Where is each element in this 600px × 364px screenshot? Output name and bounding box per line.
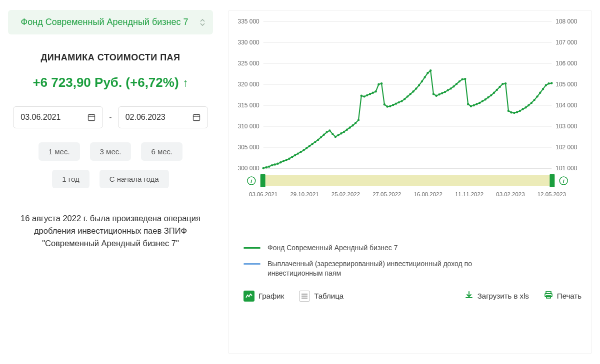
svg-point-130 xyxy=(545,84,547,86)
svg-text:107 000: 107 000 xyxy=(556,39,577,46)
line-chart[interactable]: 300 000305 000310 000315 000320 000325 0… xyxy=(234,17,582,232)
svg-text:03.06.2021: 03.06.2021 xyxy=(249,191,278,197)
svg-point-46 xyxy=(302,149,304,151)
svg-text:03.02.2023: 03.02.2023 xyxy=(496,191,524,197)
svg-point-59 xyxy=(340,132,342,134)
svg-point-70 xyxy=(372,92,374,94)
svg-text:27.05.2022: 27.05.2022 xyxy=(372,191,401,197)
preset-ytd[interactable]: С начала года xyxy=(100,170,169,188)
svg-point-74 xyxy=(384,103,386,105)
svg-point-55 xyxy=(328,129,330,131)
preset-6m[interactable]: 6 мес. xyxy=(141,142,182,161)
download-xls-button[interactable]: Загрузить в xls xyxy=(464,291,529,301)
svg-point-66 xyxy=(360,94,362,96)
svg-point-53 xyxy=(323,134,325,136)
svg-point-49 xyxy=(312,143,314,145)
svg-point-33 xyxy=(265,166,267,168)
svg-point-40 xyxy=(286,159,288,161)
calendar-icon xyxy=(88,113,96,121)
svg-point-87 xyxy=(421,80,423,82)
svg-point-67 xyxy=(363,95,365,97)
fund-selector[interactable]: Фонд Современный Арендный бизнес 7 xyxy=(8,10,213,34)
chevron-updown-icon xyxy=(200,19,205,26)
svg-point-72 xyxy=(378,83,380,85)
svg-point-32 xyxy=(262,167,264,169)
svg-point-93 xyxy=(438,93,440,95)
svg-point-85 xyxy=(415,87,417,89)
svg-point-75 xyxy=(386,105,388,107)
svg-point-89 xyxy=(426,72,428,74)
view-table-button[interactable]: Таблица xyxy=(299,291,344,302)
preset-row-2: 1 год С начала года xyxy=(52,170,168,188)
view-chart-label: График xyxy=(258,292,284,300)
svg-point-123 xyxy=(524,106,526,108)
controls-panel: Фонд Современный Арендный бизнес 7 ДИНАМ… xyxy=(8,10,213,354)
view-chart-button[interactable]: График xyxy=(244,291,284,302)
svg-point-83 xyxy=(410,93,412,95)
price-delta: +6 723,90 Руб. (+6,72%) ↑ xyxy=(32,75,188,90)
table-icon xyxy=(299,291,310,302)
svg-point-126 xyxy=(534,99,536,101)
date-from-input[interactable]: 03.06.2021 xyxy=(13,106,103,128)
svg-text:i: i xyxy=(563,178,565,184)
svg-rect-152 xyxy=(545,294,552,297)
svg-text:102 000: 102 000 xyxy=(556,144,577,151)
svg-point-77 xyxy=(392,104,394,106)
svg-text:310 000: 310 000 xyxy=(238,123,260,130)
svg-point-129 xyxy=(542,88,544,90)
svg-point-102 xyxy=(464,78,466,80)
svg-point-122 xyxy=(522,108,524,110)
legend-item-series2[interactable]: Выплаченный (зарезервированный) инвестиц… xyxy=(244,259,582,279)
svg-point-80 xyxy=(400,100,402,102)
svg-point-35 xyxy=(271,164,273,166)
svg-text:11.11.2022: 11.11.2022 xyxy=(455,191,484,197)
svg-point-106 xyxy=(476,103,478,105)
svg-point-127 xyxy=(536,95,538,97)
svg-point-100 xyxy=(458,80,460,82)
svg-text:305 000: 305 000 xyxy=(238,144,260,151)
legend-item-series1[interactable]: Фонд Современный Арендный бизнес 7 xyxy=(244,243,582,253)
svg-point-43 xyxy=(294,154,296,156)
svg-point-69 xyxy=(369,93,371,95)
svg-point-109 xyxy=(484,98,486,100)
svg-text:335 000: 335 000 xyxy=(238,18,260,25)
svg-point-121 xyxy=(519,110,521,112)
print-button[interactable]: Печать xyxy=(544,291,582,301)
svg-point-50 xyxy=(314,141,316,143)
svg-point-90 xyxy=(430,69,432,71)
download-xls-label: Загрузить в xls xyxy=(478,292,529,300)
svg-point-68 xyxy=(366,94,368,96)
svg-point-92 xyxy=(435,94,437,96)
chart-toolbar: График Таблица Загрузить в xls Печать xyxy=(234,291,582,302)
preset-row-1: 1 мес. 3 мес. 6 мес. xyxy=(38,142,183,161)
section-title: ДИНАМИКА СТОИМОСТИ ПАЯ xyxy=(40,52,180,63)
svg-point-96 xyxy=(447,89,449,91)
svg-point-113 xyxy=(496,89,498,91)
svg-point-124 xyxy=(528,104,530,106)
svg-point-131 xyxy=(548,82,550,84)
svg-point-94 xyxy=(441,92,443,94)
svg-text:105 000: 105 000 xyxy=(556,81,577,88)
svg-point-34 xyxy=(268,165,270,167)
preset-3m[interactable]: 3 мес. xyxy=(90,142,132,161)
date-to-input[interactable]: 02.06.2023 xyxy=(118,106,208,128)
svg-point-38 xyxy=(280,161,282,163)
date-to-value: 02.06.2023 xyxy=(126,113,166,122)
preset-1m[interactable]: 1 мес. xyxy=(38,142,80,161)
legend-label-series2: Выплаченный (зарезервированный) инвестиц… xyxy=(268,259,528,279)
svg-point-81 xyxy=(404,98,406,100)
svg-point-99 xyxy=(456,83,458,85)
svg-point-110 xyxy=(487,96,489,98)
svg-text:101 000: 101 000 xyxy=(556,165,577,172)
view-table-label: Таблица xyxy=(314,292,344,300)
svg-point-63 xyxy=(352,124,354,126)
svg-point-54 xyxy=(326,131,328,133)
preset-1y[interactable]: 1 год xyxy=(52,170,89,188)
svg-point-65 xyxy=(358,119,360,121)
svg-point-52 xyxy=(320,136,322,138)
svg-point-104 xyxy=(470,105,472,107)
svg-point-62 xyxy=(348,126,350,128)
svg-text:325 000: 325 000 xyxy=(238,60,260,67)
arrow-up-icon: ↑ xyxy=(183,76,188,89)
svg-text:29.10.2021: 29.10.2021 xyxy=(290,191,318,197)
